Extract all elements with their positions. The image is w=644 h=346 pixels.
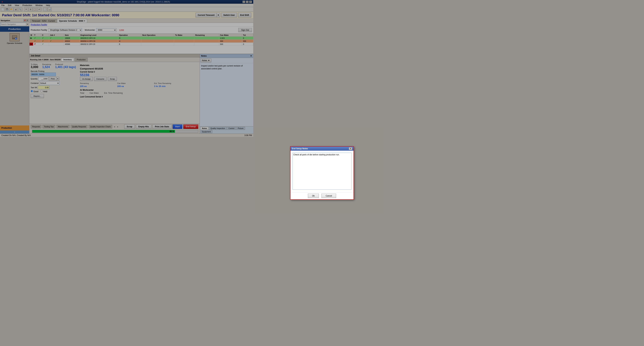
modal-overlay[interactable]: End Setup Notes ✕ Ok Cancel bbox=[0, 0, 253, 137]
